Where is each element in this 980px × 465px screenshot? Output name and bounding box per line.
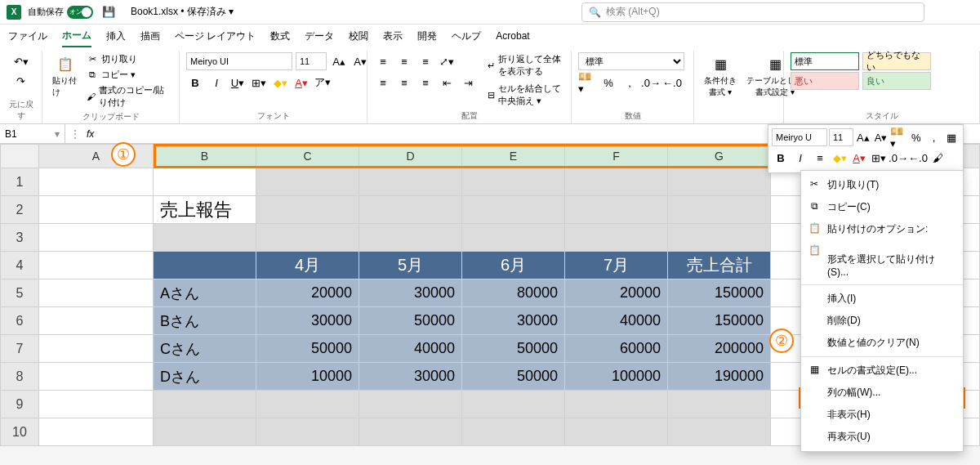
cell[interactable]: 5月 — [359, 252, 462, 279]
cell[interactable] — [39, 307, 154, 335]
indent-dec-icon[interactable]: ⇤ — [438, 74, 456, 92]
ctx-copy[interactable]: ⧉コピー(C) — [801, 196, 963, 218]
cell[interactable] — [359, 224, 462, 252]
align-bottom-icon[interactable]: ≡ — [416, 52, 434, 70]
mini-font-color-icon[interactable]: A▾ — [850, 149, 868, 167]
cell[interactable]: 10000 — [256, 363, 359, 391]
name-box[interactable]: B1 ▾ — [0, 124, 65, 143]
mini-percent-icon[interactable]: % — [908, 128, 924, 146]
cell[interactable]: 190000 — [668, 363, 771, 391]
cell[interactable]: Bさん — [154, 307, 256, 335]
font-color-icon[interactable]: A▾ — [292, 74, 310, 92]
cell[interactable]: 6月 — [462, 252, 565, 279]
cell[interactable] — [462, 418, 565, 446]
row-6[interactable]: 6 — [0, 307, 39, 335]
underline-icon[interactable]: U▾ — [229, 74, 247, 92]
cell[interactable] — [565, 196, 668, 224]
ctx-column-width[interactable]: 列の幅(W)... — [801, 382, 963, 404]
col-A[interactable]: A — [39, 144, 154, 168]
mini-fill-icon[interactable]: ◆▾ — [831, 149, 849, 167]
cell[interactable] — [462, 168, 565, 196]
cell[interactable]: 20000 — [565, 279, 668, 307]
phonetic-icon[interactable]: ア▾ — [314, 74, 332, 92]
tab-draw[interactable]: 描画 — [140, 26, 160, 47]
fx-icon[interactable]: fx — [87, 128, 94, 140]
cell[interactable] — [359, 196, 462, 224]
cell[interactable] — [462, 224, 565, 252]
tab-acrobat[interactable]: Acrobat — [496, 27, 529, 45]
cell-B1[interactable] — [154, 168, 256, 196]
mini-align-icon[interactable]: ≡ — [811, 149, 829, 167]
style-bad[interactable]: 悪い — [791, 72, 859, 90]
cell[interactable]: Cさん — [154, 335, 256, 363]
cell[interactable] — [154, 224, 256, 252]
tab-home[interactable]: ホーム — [62, 25, 91, 47]
cell[interactable] — [668, 391, 771, 418]
comma-icon[interactable]: , — [621, 74, 639, 92]
orientation-icon[interactable]: ⤢▾ — [438, 52, 456, 70]
mini-inc-font-icon[interactable]: A▴ — [855, 128, 871, 146]
indent-inc-icon[interactable]: ⇥ — [459, 74, 477, 92]
cell[interactable] — [39, 196, 154, 224]
style-good[interactable]: 良い — [862, 72, 931, 90]
tab-insert[interactable]: 挿入 — [106, 26, 126, 47]
style-normal[interactable]: 標準 — [791, 52, 859, 70]
cell[interactable]: Dさん — [154, 363, 256, 391]
cell[interactable]: 80000 — [462, 279, 565, 307]
cell-B2[interactable]: 売上報告 — [154, 196, 256, 224]
cell[interactable] — [39, 391, 154, 418]
redo-icon[interactable]: ↷ — [12, 72, 30, 90]
select-all-corner[interactable] — [0, 144, 39, 168]
col-C[interactable]: C — [256, 144, 359, 168]
cell[interactable] — [256, 168, 359, 196]
mini-font-name[interactable] — [772, 128, 827, 146]
cell[interactable] — [154, 252, 256, 279]
row-1[interactable]: 1 — [0, 168, 39, 196]
ctx-delete[interactable]: 削除(D) — [801, 310, 963, 332]
mini-table-icon[interactable]: ▦ — [943, 128, 960, 146]
align-left-icon[interactable]: ≡ — [374, 74, 392, 92]
ctx-paste-special[interactable]: 形式を選択して貼り付け(S)... — [801, 248, 963, 282]
cell[interactable] — [154, 391, 256, 418]
decrease-font-icon[interactable]: A▾ — [351, 52, 369, 70]
undo-icon[interactable]: ↶▾ — [12, 52, 30, 70]
align-middle-icon[interactable]: ≡ — [395, 52, 413, 70]
mini-dec2-icon[interactable]: ←.0 — [909, 149, 927, 167]
cell[interactable] — [359, 391, 462, 418]
tab-data[interactable]: データ — [305, 26, 334, 47]
cell[interactable]: 30000 — [256, 307, 359, 335]
col-G[interactable]: G — [668, 144, 771, 168]
cell[interactable]: 50000 — [256, 335, 359, 363]
mini-currency-icon[interactable]: 💴▾ — [890, 128, 906, 146]
cell[interactable] — [359, 418, 462, 446]
cell[interactable] — [462, 391, 565, 418]
mini-comma-icon[interactable]: , — [926, 128, 942, 146]
cell[interactable] — [565, 418, 668, 446]
ctx-unhide[interactable]: 再表示(U) — [801, 426, 963, 448]
row-2[interactable]: 2 — [0, 196, 39, 224]
mini-painter-icon[interactable]: 🖌 — [929, 149, 947, 167]
cell[interactable] — [462, 196, 565, 224]
copy-button[interactable]: ⧉コピー ▾ — [84, 68, 172, 82]
cell[interactable]: Aさん — [154, 279, 256, 307]
ctx-hide[interactable]: 非表示(H) — [801, 404, 963, 426]
cell[interactable] — [256, 418, 359, 446]
cell[interactable] — [154, 418, 256, 446]
row-10[interactable]: 10 — [0, 418, 39, 446]
cell[interactable] — [39, 335, 154, 363]
cell[interactable]: 50000 — [462, 363, 565, 391]
tab-formulas[interactable]: 数式 — [270, 26, 290, 47]
ctx-clear[interactable]: 数値と値のクリア(N) — [801, 332, 963, 354]
cell[interactable] — [668, 418, 771, 446]
cell[interactable] — [359, 168, 462, 196]
ctx-format-cells[interactable]: ▦セルの書式設定(E)... — [801, 360, 963, 382]
mini-border-icon[interactable]: ⊞▾ — [870, 149, 888, 167]
cell[interactable]: 30000 — [462, 307, 565, 335]
inc-decimal-icon[interactable]: .0→ — [642, 74, 660, 92]
save-icon[interactable]: 💾 — [100, 3, 118, 21]
cell[interactable] — [668, 168, 771, 196]
autosave-toggle[interactable]: オン — [67, 6, 93, 19]
increase-font-icon[interactable]: A▴ — [330, 52, 348, 70]
row-5[interactable]: 5 — [0, 279, 39, 307]
wrap-text-button[interactable]: ↵折り返して全体を表示する — [485, 52, 564, 78]
